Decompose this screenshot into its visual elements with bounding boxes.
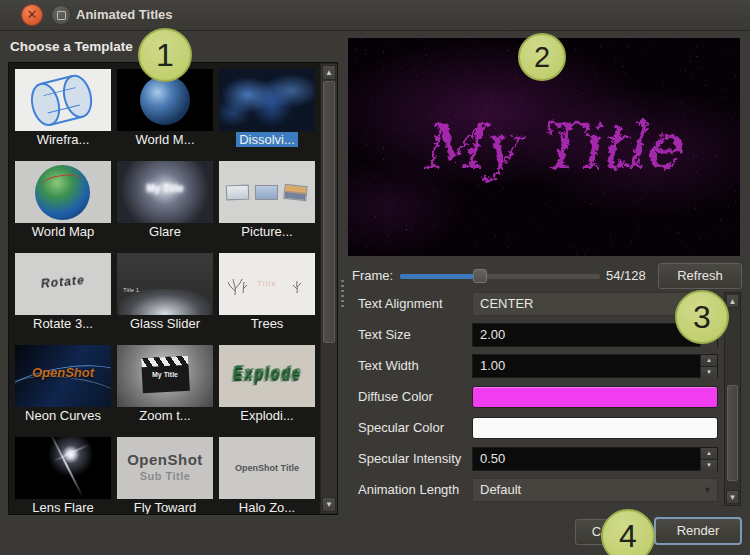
thumb-text: Rotate [15,271,111,293]
text-alignment-value: CENTER [480,296,533,311]
template-item-zoom-to[interactable]: My Title Zoom t... [117,345,213,425]
template-label: Fly Toward [117,500,213,515]
template-label: Lens Flare [15,500,111,515]
thumb-text: Explode [219,363,315,383]
specular-color-swatch[interactable] [472,417,718,439]
template-label: Rotate 3... [15,316,111,333]
form-row-diffuse-color: Diffuse Color [348,385,718,409]
lens-flare-streak [48,437,83,497]
scrollbar-up-button[interactable]: ▲ [322,65,336,80]
title-properties-form: Text Alignment CENTER ▼ Text Size 2.00 ▲… [348,292,718,502]
window-maximize-button[interactable] [51,5,71,25]
panel-splitter-handle[interactable] [341,280,344,310]
animation-length-select[interactable]: Default ▼ [472,478,718,502]
specular-intensity-spinner[interactable]: 0.50 ▲▼ [472,447,718,471]
callout-badge-3: 3 [675,290,729,344]
animation-length-value: Default [480,482,521,497]
template-item-lens-flare[interactable]: Lens Flare [15,437,111,515]
scrollbar-thumb[interactable] [323,81,335,343]
thumb-text: OpenShot Title [219,463,315,473]
spin-down-button[interactable]: ▼ [700,367,717,378]
template-list: Wirefra... World M... Dissolvi... World … [8,62,338,515]
template-item-rotate-360[interactable]: Rotate Rotate 3... [15,253,111,333]
template-label: Glass Slider [117,316,213,333]
callout-badge-4: 4 [601,509,655,555]
thumb-text: OpenShot [117,451,213,468]
frame-slider[interactable] [400,274,600,279]
template-thumbnail: Explode [219,345,315,407]
form-row-label: Text Alignment [348,292,472,316]
form-row-label: Text Width [348,354,472,378]
wireframe-cylinder-graphic [15,69,111,131]
form-row-text-width: Text Width 1.00 ▲▼ [348,354,718,378]
spin-up-button[interactable]: ▲ [700,448,717,460]
template-thumbnail: OpenShot Title [219,437,315,499]
thumb-text: OpenShot [15,365,111,380]
template-item-neon-curves[interactable]: OpenShot Neon Curves [15,345,111,425]
thumb-text: My Title [117,371,213,378]
frame-row: Frame: 54/128 Refresh [348,261,742,291]
spinner-buttons: ▲▼ [700,355,717,377]
form-row-label: Specular Intensity [348,447,472,471]
template-label: Wirefra... [15,132,111,149]
diffuse-color-swatch[interactable] [472,386,718,408]
template-item-exploding[interactable]: Explode Explodi... [219,345,315,425]
template-thumbnail [15,437,111,499]
template-item-fly-toward[interactable]: OpenShot Sub Title Fly Toward [117,437,213,515]
callout-badge-1: 1 [138,28,192,82]
template-item-wireframe[interactable]: Wirefra... [15,69,111,149]
template-thumbnail [15,69,111,131]
choose-template-heading: Choose a Template [10,39,133,54]
template-label-selected: Dissolvi... [219,132,315,149]
template-label: Glare [117,224,213,241]
template-item-world-map[interactable]: World Map [15,161,111,241]
form-row-label: Animation Length [348,478,472,502]
chevron-down-icon: ▼ [703,479,712,501]
template-label: Explodi... [219,408,315,425]
refresh-button[interactable]: Refresh [658,263,742,289]
scrollbar-thumb[interactable] [727,385,738,481]
template-thumbnail: OpenShot Sub Title [117,437,213,499]
scrollbar-up-button[interactable]: ▲ [726,294,739,308]
template-item-picture[interactable]: Picture... [219,161,315,241]
thumb-subtext: Sub Title [117,470,213,482]
preview-title-text: My Title [418,108,682,181]
template-item-glare[interactable]: My Title Glare [117,161,213,241]
spinner-buttons: ▲▼ [700,448,717,470]
template-item-glass-slider[interactable]: Title 1 Glass Slider [117,253,213,333]
template-item-trees[interactable]: Title Trees [219,253,315,333]
template-label: Trees [219,316,315,333]
scrollbar-down-button[interactable]: ▼ [726,490,739,504]
render-button[interactable]: Render [654,517,742,545]
frame-counter: 54/128 [606,261,646,291]
form-row-specular-intensity: Specular Intensity 0.50 ▲▼ [348,447,718,471]
frame-label: Frame: [352,261,393,291]
text-width-value: 1.00 [480,358,505,373]
frame-slider-handle[interactable] [473,269,487,283]
scrollbar-down-button[interactable]: ▼ [322,497,336,512]
window-close-button[interactable]: ✕ [21,4,43,26]
text-size-value: 2.00 [480,327,505,342]
template-item-dissolving[interactable]: Dissolvi... [219,69,315,149]
form-row-animation-length: Animation Length Default ▼ [348,478,718,502]
template-label: Zoom t... [117,408,213,425]
template-thumbnail: Rotate [15,253,111,315]
spin-up-button[interactable]: ▲ [700,355,717,367]
template-item-halo-zoom[interactable]: OpenShot Title Halo Zo... [219,437,315,515]
form-row-label: Specular Color [348,416,472,440]
template-label: Picture... [219,224,315,241]
spin-down-button[interactable]: ▼ [700,460,717,471]
template-thumbnail: Title 1 [117,253,213,315]
template-label: World Map [15,224,111,241]
thumb-text: Title [219,279,315,288]
template-label: Halo Zo... [219,500,315,515]
text-width-spinner[interactable]: 1.00 ▲▼ [472,354,718,378]
thumb-text: My Title [117,183,213,194]
window-title: Animated Titles [76,0,173,30]
template-label: Neon Curves [15,408,111,425]
form-row-text-size: Text Size 2.00 ▲▼ [348,323,718,347]
template-list-scrollbar[interactable]: ▲ ▼ [320,63,338,514]
template-thumbnail [219,69,315,131]
animated-titles-dialog: ✕ Animated Titles Choose a Template [0,0,750,555]
form-row-text-alignment: Text Alignment CENTER ▼ [348,292,718,316]
